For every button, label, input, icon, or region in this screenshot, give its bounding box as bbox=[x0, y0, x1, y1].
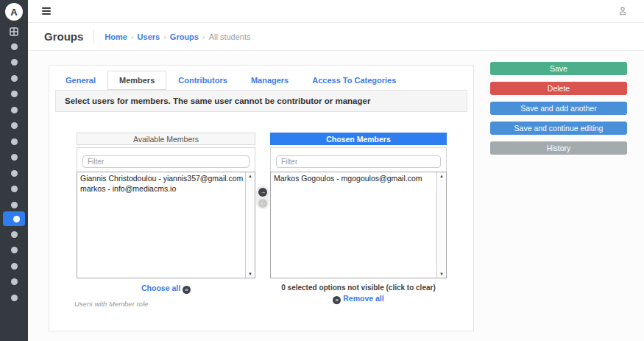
tab-general[interactable]: General bbox=[54, 71, 107, 90]
chosen-options: Markos Gogoulos - mgogoulos@gmail.com bbox=[271, 172, 436, 278]
tab-members[interactable]: Members bbox=[107, 71, 166, 90]
tab-bar: General Members Contributors Managers Ac… bbox=[54, 71, 408, 90]
sidebar-item-icon[interactable] bbox=[11, 231, 18, 238]
sidebar-item-icon[interactable] bbox=[11, 186, 18, 192]
sidebar-item-icon[interactable] bbox=[11, 107, 18, 113]
chosen-members-listbox[interactable]: Markos Gogoulos - mgogoulos@gmail.com ▲ … bbox=[270, 172, 447, 278]
sidebar-item-icon[interactable] bbox=[11, 138, 18, 145]
tab-contributors[interactable]: Contributors bbox=[166, 71, 239, 90]
available-members-column: Available Members Giannis Christodoulou … bbox=[77, 133, 255, 304]
chosen-filter-panel bbox=[270, 147, 447, 172]
chosen-members-column: Chosen Members Markos Gogoulos - mgogoul… bbox=[270, 133, 447, 304]
sidebar-item-icon[interactable] bbox=[11, 202, 18, 208]
app-logo-icon[interactable]: A bbox=[5, 3, 23, 21]
choose-all-icon[interactable]: » bbox=[183, 286, 191, 294]
page-title: Groups bbox=[44, 30, 83, 43]
sidebar-item-icon[interactable] bbox=[11, 122, 18, 129]
available-footer: Choose all » bbox=[77, 284, 255, 294]
sidebar-item-icon[interactable] bbox=[11, 278, 18, 285]
sidebar-item-icon[interactable] bbox=[11, 75, 18, 82]
action-buttons: Save Delete Save and add another Save an… bbox=[490, 62, 627, 161]
breadcrumb-separator: › bbox=[131, 32, 134, 41]
sidebar-item-icon[interactable] bbox=[11, 59, 18, 66]
breadcrumb-separator: › bbox=[202, 32, 205, 41]
sidebar-item-icon[interactable] bbox=[11, 247, 18, 253]
sidebar-item-icon[interactable] bbox=[11, 43, 18, 50]
breadcrumb-home[interactable]: Home bbox=[105, 32, 127, 41]
dashboard-grid-icon[interactable] bbox=[10, 27, 18, 36]
breadcrumb-users[interactable]: Users bbox=[138, 32, 160, 41]
scroll-down-icon[interactable]: ▼ bbox=[439, 272, 444, 276]
chosen-members-title: Chosen Members bbox=[270, 133, 447, 145]
sidebar-item-icon[interactable] bbox=[11, 170, 18, 177]
menu-icon[interactable] bbox=[42, 7, 51, 15]
scroll-down-icon[interactable]: ▼ bbox=[248, 272, 252, 276]
divider bbox=[93, 30, 94, 43]
title-bar: Groups Home › Users › Groups › All stude… bbox=[28, 23, 644, 51]
list-item[interactable]: Giannis Christodoulou - yiannis357@gmail… bbox=[77, 173, 245, 183]
history-button[interactable]: History bbox=[490, 141, 627, 155]
scroll-up-icon[interactable]: ▲ bbox=[439, 174, 444, 178]
chosen-filter-input[interactable] bbox=[276, 155, 441, 168]
available-members-title: Available Members bbox=[77, 133, 255, 145]
circle-icon bbox=[13, 216, 20, 222]
user-icon[interactable] bbox=[618, 6, 628, 16]
scroll-up-icon[interactable]: ▲ bbox=[248, 174, 252, 178]
remove-arrow-icon[interactable]: ← bbox=[258, 199, 267, 208]
list-item[interactable]: markos - info@mediacms.io bbox=[77, 183, 245, 194]
tab-access-to-categories[interactable]: Access To Categories bbox=[300, 71, 408, 90]
chosen-footer: 0 selected options not visible (click to… bbox=[270, 284, 447, 304]
breadcrumb-separator: › bbox=[163, 32, 166, 41]
delete-button[interactable]: Delete bbox=[490, 82, 627, 95]
available-filter-input[interactable] bbox=[82, 155, 250, 168]
tab-managers[interactable]: Managers bbox=[239, 71, 300, 90]
sidebar-item-icon[interactable] bbox=[11, 154, 18, 161]
fieldset-description: Select users for members. The same user … bbox=[55, 90, 467, 112]
available-options: Giannis Christodoulou - yiannis357@gmail… bbox=[77, 172, 245, 278]
save-and-continue-editing-button[interactable]: Save and continue editing bbox=[490, 122, 627, 135]
scrollbar[interactable]: ▲ ▼ bbox=[245, 172, 255, 278]
list-item[interactable]: Markos Gogoulos - mgogoulos@gmail.com bbox=[271, 173, 436, 183]
group-form-card: General Members Contributors Managers Ac… bbox=[49, 65, 474, 331]
sidebar-item-active-groups[interactable] bbox=[3, 211, 25, 226]
available-members-listbox[interactable]: Giannis Christodoulou - yiannis357@gmail… bbox=[77, 172, 255, 278]
content-area: General Members Contributors Managers Ac… bbox=[28, 51, 644, 341]
chooser-arrows-column: → ← bbox=[255, 133, 270, 304]
sidebar-item-icon[interactable] bbox=[11, 263, 18, 270]
scrollbar[interactable]: ▲ ▼ bbox=[436, 172, 446, 278]
available-filter-panel bbox=[77, 147, 255, 172]
remove-all-link[interactable]: Remove all bbox=[343, 294, 383, 303]
save-button[interactable]: Save bbox=[490, 62, 627, 75]
sidebar-item-icon[interactable] bbox=[11, 91, 18, 97]
members-selector: Available Members Giannis Christodoulou … bbox=[77, 133, 447, 304]
chooser-arrows: → ← bbox=[256, 186, 269, 209]
top-bar bbox=[28, 0, 644, 23]
breadcrumb: Home › Users › Groups › All students bbox=[105, 32, 250, 41]
selected-not-visible-note[interactable]: 0 selected options not visible (click to… bbox=[270, 284, 447, 292]
save-and-add-another-button[interactable]: Save and add another bbox=[490, 102, 627, 115]
sidebar-item-icon[interactable] bbox=[11, 295, 18, 301]
choose-arrow-icon[interactable]: → bbox=[258, 188, 267, 197]
breadcrumb-groups[interactable]: Groups bbox=[170, 32, 199, 41]
remove-all-icon[interactable]: « bbox=[333, 296, 341, 304]
breadcrumb-current: All students bbox=[209, 32, 251, 41]
help-text: Users with Member role bbox=[74, 300, 148, 308]
sidebar: A bbox=[0, 0, 28, 341]
choose-all-link[interactable]: Choose all bbox=[141, 284, 180, 292]
